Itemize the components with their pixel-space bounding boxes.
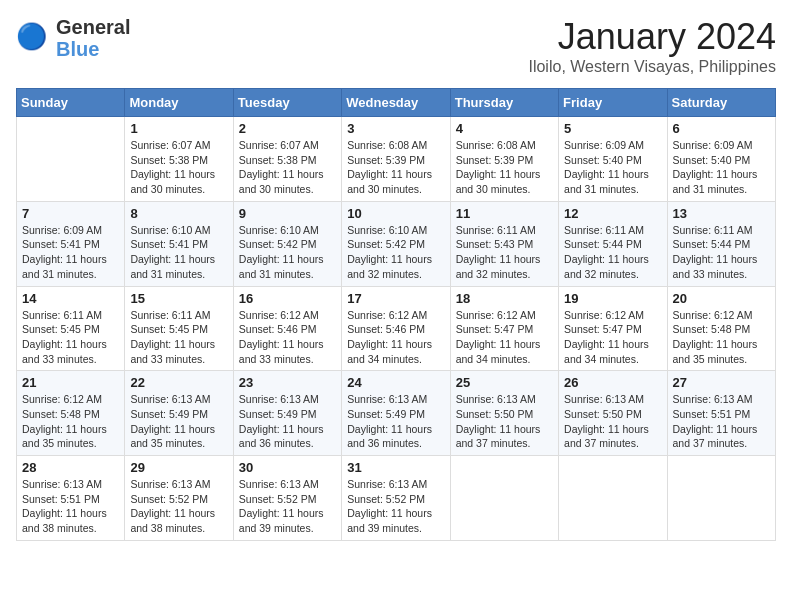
calendar-day-header: Friday bbox=[559, 89, 667, 117]
calendar-cell: 24Sunrise: 6:13 AMSunset: 5:49 PMDayligh… bbox=[342, 371, 450, 456]
day-number: 21 bbox=[22, 375, 119, 390]
day-number: 18 bbox=[456, 291, 553, 306]
calendar-cell: 23Sunrise: 6:13 AMSunset: 5:49 PMDayligh… bbox=[233, 371, 341, 456]
calendar-day-header: Monday bbox=[125, 89, 233, 117]
calendar-week-row: 7Sunrise: 6:09 AMSunset: 5:41 PMDaylight… bbox=[17, 201, 776, 286]
day-number: 8 bbox=[130, 206, 227, 221]
day-info: Sunrise: 6:10 AMSunset: 5:42 PMDaylight:… bbox=[239, 223, 336, 282]
calendar-cell: 8Sunrise: 6:10 AMSunset: 5:41 PMDaylight… bbox=[125, 201, 233, 286]
day-info: Sunrise: 6:12 AMSunset: 5:48 PMDaylight:… bbox=[673, 308, 770, 367]
calendar-cell: 30Sunrise: 6:13 AMSunset: 5:52 PMDayligh… bbox=[233, 456, 341, 541]
calendar-cell: 16Sunrise: 6:12 AMSunset: 5:46 PMDayligh… bbox=[233, 286, 341, 371]
day-number: 4 bbox=[456, 121, 553, 136]
calendar-cell: 3Sunrise: 6:08 AMSunset: 5:39 PMDaylight… bbox=[342, 117, 450, 202]
day-number: 2 bbox=[239, 121, 336, 136]
day-info: Sunrise: 6:13 AMSunset: 5:49 PMDaylight:… bbox=[347, 392, 444, 451]
calendar-cell: 26Sunrise: 6:13 AMSunset: 5:50 PMDayligh… bbox=[559, 371, 667, 456]
day-info: Sunrise: 6:13 AMSunset: 5:52 PMDaylight:… bbox=[130, 477, 227, 536]
calendar-day-header: Sunday bbox=[17, 89, 125, 117]
page-title: January 2024 bbox=[528, 16, 776, 58]
day-info: Sunrise: 6:10 AMSunset: 5:42 PMDaylight:… bbox=[347, 223, 444, 282]
calendar-cell: 6Sunrise: 6:09 AMSunset: 5:40 PMDaylight… bbox=[667, 117, 775, 202]
day-info: Sunrise: 6:13 AMSunset: 5:49 PMDaylight:… bbox=[130, 392, 227, 451]
calendar-week-row: 14Sunrise: 6:11 AMSunset: 5:45 PMDayligh… bbox=[17, 286, 776, 371]
day-number: 15 bbox=[130, 291, 227, 306]
day-info: Sunrise: 6:11 AMSunset: 5:44 PMDaylight:… bbox=[564, 223, 661, 282]
day-info: Sunrise: 6:13 AMSunset: 5:51 PMDaylight:… bbox=[673, 392, 770, 451]
day-number: 23 bbox=[239, 375, 336, 390]
day-info: Sunrise: 6:11 AMSunset: 5:44 PMDaylight:… bbox=[673, 223, 770, 282]
day-number: 7 bbox=[22, 206, 119, 221]
day-number: 9 bbox=[239, 206, 336, 221]
calendar-week-row: 1Sunrise: 6:07 AMSunset: 5:38 PMDaylight… bbox=[17, 117, 776, 202]
calendar-cell: 4Sunrise: 6:08 AMSunset: 5:39 PMDaylight… bbox=[450, 117, 558, 202]
day-info: Sunrise: 6:10 AMSunset: 5:41 PMDaylight:… bbox=[130, 223, 227, 282]
calendar-cell: 14Sunrise: 6:11 AMSunset: 5:45 PMDayligh… bbox=[17, 286, 125, 371]
day-info: Sunrise: 6:13 AMSunset: 5:50 PMDaylight:… bbox=[564, 392, 661, 451]
day-number: 20 bbox=[673, 291, 770, 306]
day-info: Sunrise: 6:12 AMSunset: 5:46 PMDaylight:… bbox=[347, 308, 444, 367]
calendar-cell: 13Sunrise: 6:11 AMSunset: 5:44 PMDayligh… bbox=[667, 201, 775, 286]
logo: 🔵 General Blue bbox=[16, 16, 130, 60]
calendar-cell: 20Sunrise: 6:12 AMSunset: 5:48 PMDayligh… bbox=[667, 286, 775, 371]
calendar-cell: 18Sunrise: 6:12 AMSunset: 5:47 PMDayligh… bbox=[450, 286, 558, 371]
day-info: Sunrise: 6:13 AMSunset: 5:50 PMDaylight:… bbox=[456, 392, 553, 451]
day-number: 25 bbox=[456, 375, 553, 390]
calendar-cell: 9Sunrise: 6:10 AMSunset: 5:42 PMDaylight… bbox=[233, 201, 341, 286]
day-number: 5 bbox=[564, 121, 661, 136]
day-info: Sunrise: 6:12 AMSunset: 5:47 PMDaylight:… bbox=[456, 308, 553, 367]
logo-text: General Blue bbox=[56, 16, 130, 60]
day-info: Sunrise: 6:09 AMSunset: 5:41 PMDaylight:… bbox=[22, 223, 119, 282]
calendar-cell: 17Sunrise: 6:12 AMSunset: 5:46 PMDayligh… bbox=[342, 286, 450, 371]
calendar-cell: 25Sunrise: 6:13 AMSunset: 5:50 PMDayligh… bbox=[450, 371, 558, 456]
calendar-cell: 28Sunrise: 6:13 AMSunset: 5:51 PMDayligh… bbox=[17, 456, 125, 541]
calendar-cell: 10Sunrise: 6:10 AMSunset: 5:42 PMDayligh… bbox=[342, 201, 450, 286]
day-info: Sunrise: 6:13 AMSunset: 5:51 PMDaylight:… bbox=[22, 477, 119, 536]
day-info: Sunrise: 6:09 AMSunset: 5:40 PMDaylight:… bbox=[673, 138, 770, 197]
calendar-day-header: Saturday bbox=[667, 89, 775, 117]
calendar-cell bbox=[17, 117, 125, 202]
day-number: 14 bbox=[22, 291, 119, 306]
day-info: Sunrise: 6:08 AMSunset: 5:39 PMDaylight:… bbox=[456, 138, 553, 197]
day-info: Sunrise: 6:11 AMSunset: 5:45 PMDaylight:… bbox=[22, 308, 119, 367]
calendar-cell: 21Sunrise: 6:12 AMSunset: 5:48 PMDayligh… bbox=[17, 371, 125, 456]
calendar-cell: 12Sunrise: 6:11 AMSunset: 5:44 PMDayligh… bbox=[559, 201, 667, 286]
day-number: 28 bbox=[22, 460, 119, 475]
day-info: Sunrise: 6:08 AMSunset: 5:39 PMDaylight:… bbox=[347, 138, 444, 197]
day-info: Sunrise: 6:07 AMSunset: 5:38 PMDaylight:… bbox=[130, 138, 227, 197]
calendar-cell bbox=[667, 456, 775, 541]
day-number: 30 bbox=[239, 460, 336, 475]
calendar-cell: 5Sunrise: 6:09 AMSunset: 5:40 PMDaylight… bbox=[559, 117, 667, 202]
day-number: 12 bbox=[564, 206, 661, 221]
day-number: 29 bbox=[130, 460, 227, 475]
calendar-week-row: 21Sunrise: 6:12 AMSunset: 5:48 PMDayligh… bbox=[17, 371, 776, 456]
title-block: January 2024 Iloilo, Western Visayas, Ph… bbox=[528, 16, 776, 76]
day-number: 19 bbox=[564, 291, 661, 306]
calendar-cell: 22Sunrise: 6:13 AMSunset: 5:49 PMDayligh… bbox=[125, 371, 233, 456]
day-number: 10 bbox=[347, 206, 444, 221]
day-number: 13 bbox=[673, 206, 770, 221]
day-number: 1 bbox=[130, 121, 227, 136]
calendar-cell: 7Sunrise: 6:09 AMSunset: 5:41 PMDaylight… bbox=[17, 201, 125, 286]
page-header: 🔵 General Blue January 2024 Iloilo, West… bbox=[16, 16, 776, 76]
calendar-cell: 11Sunrise: 6:11 AMSunset: 5:43 PMDayligh… bbox=[450, 201, 558, 286]
day-number: 11 bbox=[456, 206, 553, 221]
day-number: 6 bbox=[673, 121, 770, 136]
day-info: Sunrise: 6:12 AMSunset: 5:47 PMDaylight:… bbox=[564, 308, 661, 367]
day-number: 27 bbox=[673, 375, 770, 390]
day-info: Sunrise: 6:12 AMSunset: 5:48 PMDaylight:… bbox=[22, 392, 119, 451]
day-info: Sunrise: 6:09 AMSunset: 5:40 PMDaylight:… bbox=[564, 138, 661, 197]
page-subtitle: Iloilo, Western Visayas, Philippines bbox=[528, 58, 776, 76]
calendar-cell: 15Sunrise: 6:11 AMSunset: 5:45 PMDayligh… bbox=[125, 286, 233, 371]
day-number: 26 bbox=[564, 375, 661, 390]
day-number: 24 bbox=[347, 375, 444, 390]
calendar-cell: 1Sunrise: 6:07 AMSunset: 5:38 PMDaylight… bbox=[125, 117, 233, 202]
calendar-header-row: SundayMondayTuesdayWednesdayThursdayFrid… bbox=[17, 89, 776, 117]
day-number: 22 bbox=[130, 375, 227, 390]
calendar-day-header: Wednesday bbox=[342, 89, 450, 117]
logo-icon: 🔵 bbox=[16, 20, 52, 56]
day-info: Sunrise: 6:13 AMSunset: 5:49 PMDaylight:… bbox=[239, 392, 336, 451]
calendar-week-row: 28Sunrise: 6:13 AMSunset: 5:51 PMDayligh… bbox=[17, 456, 776, 541]
calendar-cell: 19Sunrise: 6:12 AMSunset: 5:47 PMDayligh… bbox=[559, 286, 667, 371]
calendar-cell: 2Sunrise: 6:07 AMSunset: 5:38 PMDaylight… bbox=[233, 117, 341, 202]
